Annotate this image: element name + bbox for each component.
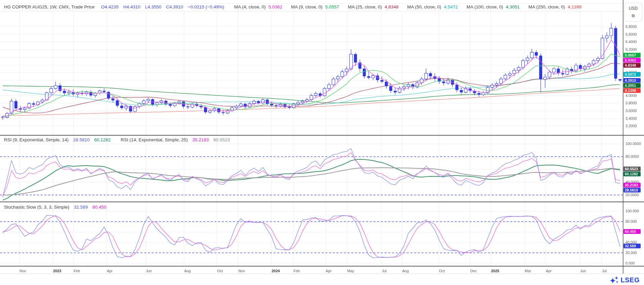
month-label: Mar <box>525 269 531 273</box>
currency-label: USD <box>629 6 638 11</box>
axis-value-tag: 60.1282 <box>623 172 641 176</box>
month-label: Apr <box>326 269 331 273</box>
stoch-d-value: 60.450 <box>92 205 106 210</box>
close-value: C4.3910 <box>166 4 183 9</box>
open-value: O4.4235 <box>101 4 119 9</box>
ma-legend-label: MA (25, close, 0) <box>348 4 382 9</box>
month-label: 2024 <box>272 269 280 273</box>
axis-value-tag: 60.450 <box>623 229 641 234</box>
ma-legend: MA (4, close, 0)5.0362MA (9, close, 0)5.… <box>234 4 591 9</box>
price-axis-label: 5.8000 <box>626 25 637 29</box>
lseg-sparkle-icon <box>610 276 619 284</box>
price-axis-label: 5.4000 <box>626 40 637 44</box>
rsi1-average-value: 60.1282 <box>94 137 111 142</box>
low-value: L4.3550 <box>145 4 161 9</box>
lseg-logo-text: LSEG <box>621 276 640 284</box>
month-label: Oct <box>217 269 223 273</box>
axis-value-tag: 5.0557 <box>623 53 641 58</box>
ma-legend-label: MA (250, close, 0) <box>528 4 565 9</box>
price-axis-label: 3.4000 <box>626 116 637 120</box>
stoch-axis-label: 20.000 <box>626 251 637 255</box>
stoch-axis-label: 80.000 <box>626 219 637 223</box>
ma-legend-value: 4.5472 <box>444 4 458 9</box>
header-bottom-border <box>0 11 623 11</box>
ma-legend-value: 4.8348 <box>385 4 398 9</box>
ma-legend-label: MA (9, close, 0) <box>291 4 323 9</box>
ma-legend-value: 4.3051 <box>506 4 520 9</box>
month-label: Nov <box>19 269 26 273</box>
month-label: Jun <box>146 269 152 273</box>
ma-legend-value: 5.0557 <box>325 4 339 9</box>
rsi1-label: RSI (9, Exponential, Simple, 14) <box>4 137 69 142</box>
axis-value-tag: 4.8348 <box>623 63 641 68</box>
stoch-k-value: 32.589 <box>74 205 88 210</box>
axis-value-tag: 28.5810 <box>623 188 641 192</box>
ma-legend-value: 4.1398 <box>568 4 581 9</box>
month-label: Nov <box>238 269 245 273</box>
stoch-panel-header: Stochastic Slow (5, 3, 3, Simple) 32.589… <box>4 205 110 210</box>
header-top-border <box>0 3 623 4</box>
rsi2-label: RSI (14, Exponential, Simple, 25) <box>121 137 188 142</box>
axis-value-tag: 4.5472 <box>623 72 641 77</box>
rsi2-value: 35.2183 <box>192 137 209 142</box>
unit-label: lb <box>632 13 635 18</box>
axis-value-tag: 32.589 <box>623 244 641 248</box>
ma-legend-label: MA (50, close, 0) <box>407 4 441 9</box>
month-label: Dec <box>470 269 477 273</box>
ma-legend-label: MA (4, close, 0) <box>234 4 266 9</box>
month-label: May <box>347 269 354 273</box>
axis-value-tag: 60.5523 <box>623 167 641 171</box>
stoch-label: Stochastic Slow (5, 3, 3, Simple) <box>4 205 69 210</box>
rsi-axis-label: 100.0000 <box>626 142 641 146</box>
lseg-logo: LSEG <box>610 276 640 284</box>
axis-value-tag: 5.0362 <box>623 58 641 63</box>
axis-value-tag: 4.1398 <box>623 88 641 93</box>
price-axis-label: 5.6000 <box>626 32 637 36</box>
rsi-panel-header: RSI (9, Exponential, Simple, 14) 28.5810… <box>4 137 233 142</box>
price-axis-label: 3.2000 <box>626 124 637 128</box>
month-label: Jul <box>602 269 607 273</box>
month-label: Aug <box>402 269 409 273</box>
month-label: Apr <box>546 269 552 273</box>
high-value: H4.4310 <box>123 4 140 9</box>
month-label: Feb <box>74 269 80 273</box>
stoch-axis-label: 100.000 <box>626 209 639 213</box>
axis-value-tag: 4.3910 <box>623 78 641 83</box>
axis-units-box: USD lb <box>624 3 642 22</box>
price-axis-label: 4.0000 <box>626 94 637 98</box>
month-label: 2025 <box>491 269 499 273</box>
rsi-axis-label: 20.0000 <box>626 193 639 197</box>
month-label: Jul <box>382 269 387 273</box>
month-label: Aug <box>184 269 191 273</box>
month-label: Apr <box>107 269 113 273</box>
chart-window: HG COPPER AUG25, 1W, CMX, Trade Price O4… <box>0 0 644 285</box>
stoch-axis-label: 0.000 <box>626 261 635 265</box>
rsi2-average-value: 60.5523 <box>213 137 230 142</box>
axis-value-tag: 4.3051 <box>623 83 641 88</box>
month-label: Jun <box>580 269 586 273</box>
month-label: Oct <box>439 269 445 273</box>
price-panel-header: HG COPPER AUG25, 1W, CMX, Trade Price O4… <box>4 4 594 9</box>
rsi-axis-label: 80.0000 <box>626 154 639 158</box>
price-axis-label: 3.6000 <box>626 109 637 113</box>
instrument-title: HG COPPER AUG25, 1W, CMX, Trade Price <box>4 4 94 9</box>
price-axis-label: 3.8000 <box>626 101 637 105</box>
axis-value-tag: 35.2183 <box>623 183 641 187</box>
ma-legend-value: 5.0362 <box>269 4 282 9</box>
net-change-value: −0.0215 (−0.49%) <box>188 4 224 9</box>
rsi1-value: 28.5810 <box>73 137 90 142</box>
chart-canvas[interactable] <box>0 0 644 285</box>
price-axis-label: 5.2000 <box>626 47 637 51</box>
month-label: 2023 <box>53 269 61 273</box>
ma-legend-label: MA (100, close, 0) <box>467 4 503 9</box>
month-label: Feb <box>293 269 300 273</box>
